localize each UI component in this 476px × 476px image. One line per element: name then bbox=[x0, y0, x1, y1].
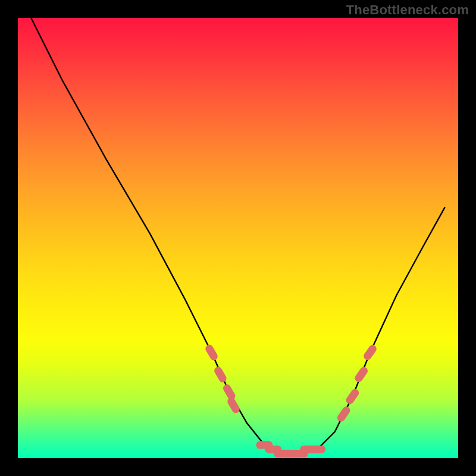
marker-dot bbox=[353, 365, 369, 383]
watermark-text: TheBottleneck.com bbox=[346, 2, 469, 18]
marker-dot bbox=[345, 387, 361, 405]
datapoint-markers bbox=[204, 343, 378, 458]
marker-dot bbox=[336, 405, 352, 423]
marker-dot bbox=[213, 365, 228, 384]
marker-dot bbox=[362, 343, 378, 361]
bottleneck-curve-path bbox=[31, 18, 445, 454]
plot-area bbox=[18, 18, 458, 458]
curve-svg bbox=[18, 18, 458, 458]
marker-dot bbox=[204, 343, 219, 362]
marker-dot bbox=[309, 446, 325, 453]
chart-frame: TheBottleneck.com bbox=[0, 0, 476, 476]
marker-dot bbox=[226, 396, 241, 415]
bottleneck-curve bbox=[31, 18, 445, 454]
